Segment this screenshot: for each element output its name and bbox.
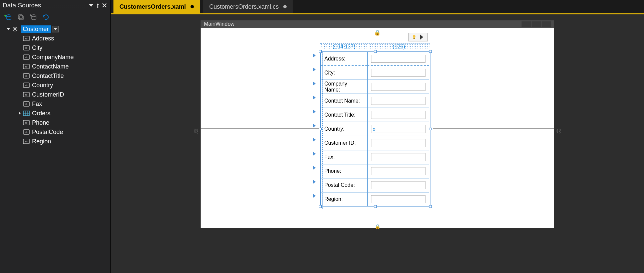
tree-root-dropdown[interactable]	[52, 26, 59, 32]
row-glyph-icon[interactable]	[313, 53, 316, 57]
tree-item[interactable]: ablPostalCode	[2, 127, 108, 137]
form-textbox[interactable]	[371, 125, 425, 133]
row-glyph-icon[interactable]	[313, 152, 316, 156]
column-width-a[interactable]: (104.137)	[320, 43, 368, 49]
column-ruler[interactable]: (104.137) (126)	[320, 43, 430, 49]
configure-data-source-button[interactable]	[29, 13, 37, 21]
tab-label: CustomersOrders.xaml.cs	[209, 3, 279, 10]
panel-close-button[interactable]	[101, 2, 108, 9]
tree-item-label: CompanyName	[32, 54, 74, 61]
panel-toolbar	[0, 10, 110, 24]
svg-text:abl: abl	[25, 103, 28, 106]
tree-item[interactable]: ablCity	[2, 43, 108, 52]
text-field-icon: abl	[23, 73, 30, 79]
tree-item[interactable]: ablContactTitle	[2, 71, 108, 81]
selected-grid-element[interactable]: (104.137) (126)	[320, 43, 430, 207]
tree-item[interactable]: ablRegion	[2, 137, 108, 146]
form-textbox[interactable]	[371, 139, 425, 147]
tab-customersorders-xaml-cs[interactable]: CustomersOrders.xaml.cs	[203, 0, 293, 13]
tab-customersorders-xaml[interactable]: CustomersOrders.xaml	[113, 0, 200, 13]
tree-item[interactable]: ablFax	[2, 99, 108, 109]
resize-handle[interactable]	[429, 50, 432, 53]
form-textbox[interactable]	[371, 97, 425, 105]
panel-dropdown-button[interactable]	[88, 2, 94, 9]
panel-header: Data Sources	[0, 0, 110, 10]
resize-handle[interactable]	[319, 205, 322, 208]
caret-down-icon[interactable]	[6, 27, 11, 31]
caret-right-icon[interactable]	[17, 111, 22, 116]
resize-handle[interactable]	[319, 128, 322, 130]
tree-item[interactable]: ablCustomerID	[2, 90, 108, 99]
form-label: Contact Name:	[321, 94, 367, 108]
svg-rect-0	[97, 7, 98, 8]
lock-icon: 🔒	[375, 224, 380, 229]
tree-item[interactable]: ablCompanyName	[2, 52, 108, 62]
resize-handle[interactable]	[429, 128, 432, 130]
resize-handle[interactable]	[429, 205, 432, 208]
form-input-cell	[367, 80, 429, 94]
form-label: Country:	[321, 122, 367, 136]
tree-root-customer[interactable]: Customer	[2, 24, 108, 34]
row-glyph-icon[interactable]	[313, 138, 316, 142]
quick-actions-button[interactable]	[408, 33, 428, 41]
resize-handle[interactable]	[319, 50, 322, 53]
panel-drag-handle[interactable]	[44, 3, 84, 7]
document-tabs: CustomersOrders.xaml CustomersOrders.xam…	[111, 0, 644, 13]
row-glyph-rail	[313, 53, 316, 198]
svg-point-4	[31, 15, 36, 17]
tree-item-label: CustomerID	[32, 91, 64, 98]
tree-item[interactable]: ablAddress	[2, 34, 108, 43]
row-glyph-icon[interactable]	[313, 82, 316, 86]
row-glyph-icon[interactable]	[313, 124, 316, 128]
tree-item-label: Orders	[32, 110, 50, 117]
row-glyph-icon[interactable]	[313, 166, 316, 170]
form-textbox[interactable]	[371, 195, 425, 203]
form-textbox[interactable]	[371, 55, 425, 63]
form-label: Postal Code:	[321, 178, 367, 192]
svg-text:abl: abl	[25, 93, 28, 96]
svg-rect-6	[14, 28, 16, 30]
form-label: Phone:	[321, 164, 367, 178]
tree-item-label: Country	[32, 82, 53, 89]
add-data-source-button[interactable]	[4, 13, 12, 21]
row-glyph-icon[interactable]	[313, 67, 316, 72]
row-glyph-icon[interactable]	[313, 96, 316, 100]
column-width-b[interactable]: (126)	[368, 43, 430, 49]
row-glyph-icon[interactable]	[313, 194, 316, 198]
xaml-designer-surface[interactable]: MainWindow 🔒 ⛓ ⛓	[111, 14, 644, 273]
row-glyph-icon[interactable]	[313, 180, 316, 184]
row-glyph-icon[interactable]	[313, 110, 316, 114]
form-textbox[interactable]	[371, 167, 425, 175]
form-input-cell	[367, 108, 429, 122]
editor-area: CustomersOrders.xaml CustomersOrders.xam…	[111, 0, 644, 273]
edit-data-source-button[interactable]	[17, 13, 25, 21]
tree-node-label: Customer	[23, 26, 49, 32]
form-textbox[interactable]	[371, 153, 425, 161]
tree-item[interactable]: Orders	[2, 109, 108, 118]
form-textbox[interactable]	[371, 69, 425, 77]
resize-handle[interactable]	[374, 50, 377, 53]
tree-item[interactable]: ablPhone	[2, 118, 108, 127]
text-field-icon: abl	[23, 82, 30, 88]
tree-item[interactable]: ablContactName	[2, 62, 108, 71]
tab-label: CustomersOrders.xaml	[119, 3, 186, 10]
svg-text:abl: abl	[25, 121, 28, 124]
dirty-indicator-icon	[191, 5, 194, 8]
form-textbox[interactable]	[371, 83, 425, 91]
form-input-cell	[367, 136, 429, 150]
refresh-button[interactable]	[42, 13, 50, 21]
selection-box[interactable]: Address:City:Company Name:Contact Name:C…	[320, 51, 430, 207]
design-canvas[interactable]: 🔒 ⛓ ⛓ (104.137) (126)	[201, 28, 554, 228]
form-input-cell	[367, 122, 429, 136]
panel-pin-button[interactable]	[94, 2, 101, 9]
tree-item[interactable]: ablCountry	[2, 81, 108, 90]
form-textbox[interactable]	[371, 111, 425, 119]
form-textbox[interactable]	[371, 181, 425, 189]
panel-title: Data Sources	[3, 2, 41, 9]
svg-point-1	[6, 15, 11, 17]
text-field-icon: abl	[23, 35, 30, 41]
data-sources-tree: Customer ablAddressablCityablCompanyName…	[0, 24, 110, 147]
form-label: Region:	[321, 192, 367, 206]
resize-handle[interactable]	[374, 205, 377, 208]
text-field-icon: abl	[23, 129, 30, 135]
